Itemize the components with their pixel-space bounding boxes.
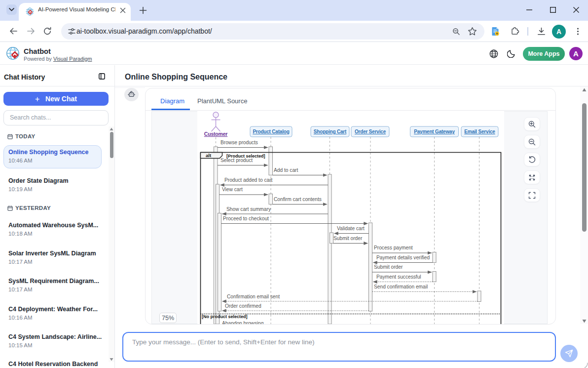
svg-text:Email Service: Email Service [464, 129, 495, 134]
svg-text:Add to cart: Add to cart [274, 167, 298, 173]
svg-text:Submit order: Submit order [333, 236, 363, 241]
svg-text:Show cart summary: Show cart summary [226, 206, 271, 212]
svg-text:Process payment: Process payment [374, 245, 413, 250]
svg-text:Validate cart: Validate cart [337, 226, 365, 231]
svg-text:Proceed to checkout: Proceed to checkout [223, 216, 269, 221]
svg-text:Shopping Cart: Shopping Cart [314, 129, 347, 134]
svg-text:Abandon browsing: Abandon browsing [222, 321, 264, 324]
svg-text:Send confirmation email: Send confirmation email [374, 284, 428, 289]
svg-text:Product added to cart: Product added to cart [224, 177, 273, 183]
svg-text:Browse products: Browse products [220, 140, 258, 145]
svg-text:View cart: View cart [222, 187, 243, 192]
svg-text:Product Catalog: Product Catalog [253, 129, 289, 134]
svg-text:Select product: Select product [220, 158, 253, 163]
svg-text:Submit order: Submit order [374, 264, 403, 270]
svg-text:alt: alt [206, 153, 212, 158]
svg-text:Confirm cart contents: Confirm cart contents [274, 197, 322, 202]
svg-text:Customer: Customer [204, 131, 228, 137]
svg-text:Payment successful: Payment successful [376, 274, 421, 280]
svg-text:Confirmation email sent: Confirmation email sent [227, 294, 280, 299]
svg-text:Payment Gateway: Payment Gateway [414, 129, 455, 134]
svg-text:Order confirmed: Order confirmed [225, 303, 261, 309]
svg-text:[No product selected]: [No product selected] [202, 314, 248, 319]
svg-text:Order Service: Order Service [355, 129, 386, 134]
svg-text:Payment details verified: Payment details verified [376, 255, 430, 260]
